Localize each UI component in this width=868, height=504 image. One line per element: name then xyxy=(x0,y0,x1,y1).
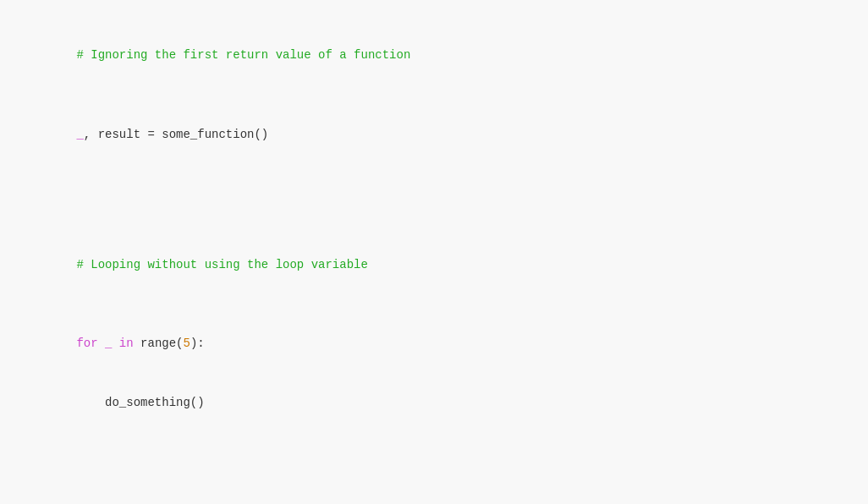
range-number: 5 xyxy=(183,337,190,350)
in-keyword: in xyxy=(119,337,134,350)
range-close: ): xyxy=(190,337,205,350)
comment-line-2: # Looping without using the loop variabl… xyxy=(34,237,834,293)
space-2 xyxy=(112,337,118,350)
comment-text-1: # Ignoring the first return value of a f… xyxy=(76,48,410,62)
loop-body-line: do_something() xyxy=(34,374,834,430)
underscore-var: _ xyxy=(76,128,83,141)
comment-line-1: # Ignoring the first return value of a f… xyxy=(34,27,834,84)
loop-indent: do_something() xyxy=(76,396,204,409)
result-assignment: , result = some_function() xyxy=(84,128,268,141)
space-1 xyxy=(98,337,105,350)
code-container: # Ignoring the first return value of a f… xyxy=(0,0,868,504)
range-call: range( xyxy=(134,337,184,350)
section-loop: # Looping without using the loop variabl… xyxy=(34,237,834,431)
for-keyword: for xyxy=(76,337,97,350)
section-ignore-return: # Ignoring the first return value of a f… xyxy=(34,27,834,163)
comment-text-2: # Looping without using the loop variabl… xyxy=(76,258,367,271)
code-line-underscore-result: _, result = some_function() xyxy=(34,107,834,163)
for-loop-line: for _ in range(5): xyxy=(34,315,834,372)
